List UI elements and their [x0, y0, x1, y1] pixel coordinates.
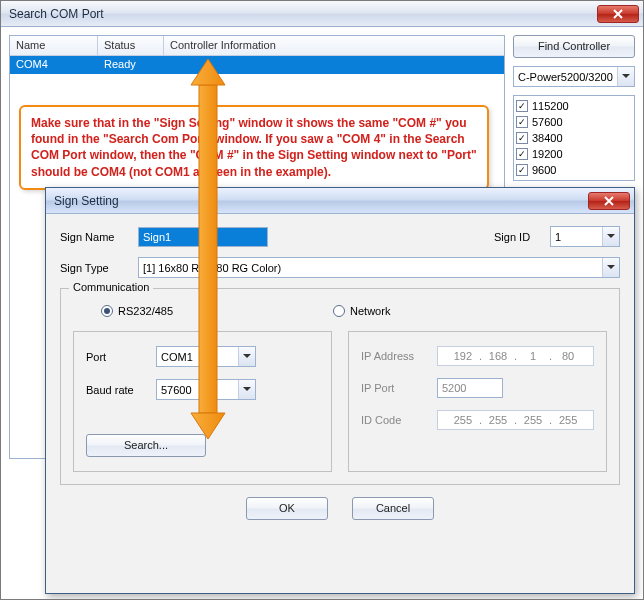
window-title: Search COM Port	[9, 7, 104, 21]
chevron-down-icon	[617, 67, 634, 86]
sign-type-label: Sign Type	[60, 262, 132, 274]
close-icon	[603, 195, 615, 207]
ip-address-input[interactable]: 192. 168. 1. 80	[437, 346, 594, 366]
rs232-radio[interactable]: RS232/485	[101, 305, 173, 317]
sign-setting-body: Sign Name Sign1 Sign ID 1 Sign Type [1] …	[46, 214, 634, 528]
col-name[interactable]: Name	[10, 36, 98, 55]
radio-icon	[101, 305, 113, 317]
baud-option[interactable]: ✓38400	[516, 130, 632, 146]
sign-setting-titlebar: Sign Setting	[46, 188, 634, 214]
sign-name-label: Sign Name	[60, 231, 132, 243]
baud-dropdown[interactable]: 57600	[156, 379, 256, 400]
search-button[interactable]: Search...	[86, 434, 206, 457]
sign-type-dropdown[interactable]: [1] 16x80 RG x80 RG Color)	[138, 257, 620, 278]
col-controller-info[interactable]: Controller Information	[164, 36, 504, 55]
ip-port-label: IP Port	[361, 382, 431, 394]
checkbox-icon: ✓	[516, 148, 528, 160]
checkbox-icon: ✓	[516, 116, 528, 128]
serial-panel: Port COM1 Baud rate 57600	[73, 331, 332, 472]
sign-setting-window: Sign Setting Sign Name Sign1 Sign ID 1 S…	[45, 187, 635, 594]
col-status[interactable]: Status	[98, 36, 164, 55]
baud-option[interactable]: ✓115200	[516, 98, 632, 114]
baud-option[interactable]: ✓9600	[516, 162, 632, 178]
cancel-button[interactable]: Cancel	[352, 497, 434, 520]
table-row[interactable]: COM4 Ready	[10, 56, 504, 74]
search-com-port-titlebar: Search COM Port	[1, 1, 643, 27]
instruction-callout: Make sure that in the "Sign Setting" win…	[19, 105, 489, 190]
ip-address-label: IP Address	[361, 350, 431, 362]
chevron-down-icon	[238, 347, 255, 366]
sign-id-dropdown[interactable]: 1	[550, 226, 620, 247]
baud-option[interactable]: ✓57600	[516, 114, 632, 130]
communication-legend: Communication	[69, 281, 153, 293]
window-title: Sign Setting	[54, 194, 119, 208]
chevron-down-icon	[238, 380, 255, 399]
baud-label: Baud rate	[86, 384, 150, 396]
close-button[interactable]	[597, 5, 639, 23]
checkbox-icon: ✓	[516, 100, 528, 112]
ok-button[interactable]: OK	[246, 497, 328, 520]
cell-name: COM4	[10, 56, 98, 74]
network-radio[interactable]: Network	[333, 305, 390, 317]
chevron-down-icon	[602, 258, 619, 277]
close-icon	[612, 8, 624, 20]
dialog-actions: OK Cancel	[60, 497, 620, 520]
chevron-down-icon	[602, 227, 619, 246]
table-header: Name Status Controller Information	[10, 36, 504, 56]
checkbox-icon: ✓	[516, 164, 528, 176]
device-dropdown[interactable]: C-Power5200/3200	[513, 66, 635, 87]
id-code-label: ID Code	[361, 414, 431, 426]
device-dropdown-text: C-Power5200/3200	[518, 71, 617, 83]
communication-fieldset: Communication RS232/485 Network Port COM	[60, 288, 620, 485]
radio-icon	[333, 305, 345, 317]
network-panel: IP Address 192. 168. 1. 80 IP Port 5200	[348, 331, 607, 472]
find-controller-button[interactable]: Find Controller	[513, 35, 635, 58]
close-button[interactable]	[588, 192, 630, 210]
checkbox-icon: ✓	[516, 132, 528, 144]
port-dropdown[interactable]: COM1	[156, 346, 256, 367]
cell-ctrl	[164, 56, 504, 74]
sign-id-label: Sign ID	[494, 231, 544, 243]
port-label: Port	[86, 351, 150, 363]
sign-name-input[interactable]: Sign1	[138, 227, 268, 247]
baud-checklist: ✓115200 ✓57600 ✓38400 ✓19200 ✓9600	[513, 95, 635, 181]
ip-port-input[interactable]: 5200	[437, 378, 503, 398]
baud-option[interactable]: ✓19200	[516, 146, 632, 162]
id-code-input[interactable]: 255. 255. 255. 255	[437, 410, 594, 430]
cell-status: Ready	[98, 56, 164, 74]
